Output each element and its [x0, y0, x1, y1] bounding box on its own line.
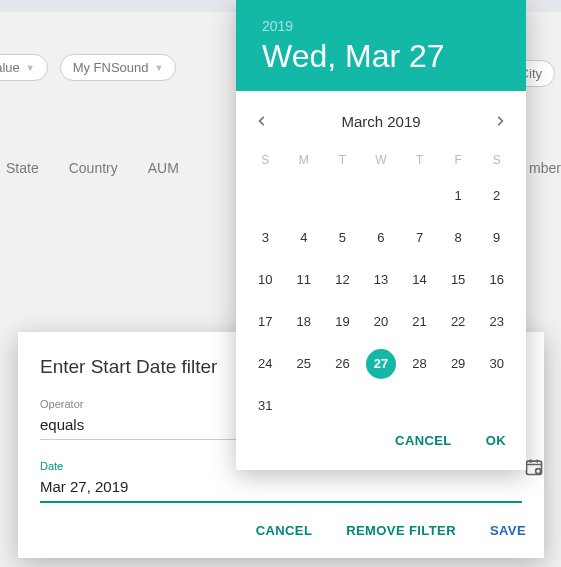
save-button[interactable]: SAVE	[482, 513, 534, 548]
dow-label: F	[439, 147, 478, 175]
month-label: March 2019	[341, 113, 420, 130]
dow-label: W	[362, 147, 401, 175]
calendar-day[interactable]: 25	[285, 343, 324, 385]
calendar-day[interactable]: 29	[439, 343, 478, 385]
calendar-day[interactable]: 26	[323, 343, 362, 385]
chip-label: My FNSound	[73, 60, 149, 75]
dow-label: S	[246, 147, 285, 175]
dow-label: S	[477, 147, 516, 175]
dow-label: T	[400, 147, 439, 175]
calendar-day[interactable]: 10	[246, 259, 285, 301]
calendar-day[interactable]: 21	[400, 301, 439, 343]
date-input[interactable]	[40, 476, 522, 503]
calendar-day[interactable]: 8	[439, 217, 478, 259]
calendar-day[interactable]: 9	[477, 217, 516, 259]
calendar-day[interactable]: 7	[400, 217, 439, 259]
svg-point-1	[536, 469, 541, 474]
calendar-day[interactable]: 2	[477, 175, 516, 217]
calendar-day[interactable]: 19	[323, 301, 362, 343]
calendar-day[interactable]: 16	[477, 259, 516, 301]
column-header[interactable]: mber	[529, 160, 561, 176]
calendar-day[interactable]: 14	[400, 259, 439, 301]
remove-filter-button[interactable]: REMOVE FILTER	[338, 513, 464, 548]
calendar-day[interactable]: 6	[362, 217, 401, 259]
month-nav-row: March 2019	[236, 91, 526, 145]
chip-label: geValue	[0, 60, 20, 75]
calendar-day[interactable]: 11	[285, 259, 324, 301]
calendar-day[interactable]: 22	[439, 301, 478, 343]
dow-label: M	[285, 147, 324, 175]
datepicker-selected-date: Wed, Mar 27	[262, 38, 500, 75]
calendar-day[interactable]: 5	[323, 217, 362, 259]
datepicker: 2019 Wed, Mar 27 March 2019 SMTWTFS12345…	[236, 0, 526, 470]
datepicker-cancel-button[interactable]: CANCEL	[387, 423, 460, 458]
calendar-icon[interactable]	[524, 457, 544, 477]
calendar-day[interactable]: 15	[439, 259, 478, 301]
cancel-button[interactable]: CANCEL	[248, 513, 321, 548]
calendar-day[interactable]: 28	[400, 343, 439, 385]
calendar-day[interactable]: 31	[246, 385, 285, 427]
column-header[interactable]: AUM	[148, 160, 179, 176]
calendar-day[interactable]: 30	[477, 343, 516, 385]
chevron-down-icon: ▼	[26, 63, 35, 73]
datepicker-actions: CANCEL OK	[387, 423, 514, 458]
calendar-day[interactable]: 4	[285, 217, 324, 259]
datepicker-header: 2019 Wed, Mar 27	[236, 0, 526, 91]
calendar-day[interactable]: 17	[246, 301, 285, 343]
chip-fnsound[interactable]: My FNSound ▼	[60, 54, 177, 81]
column-header[interactable]: State	[6, 160, 39, 176]
next-month-button[interactable]	[482, 103, 518, 139]
calendar-day[interactable]: 13	[362, 259, 401, 301]
column-header[interactable]: Country	[69, 160, 118, 176]
chip-gevalue[interactable]: geValue ▼	[0, 54, 48, 81]
datepicker-ok-button[interactable]: OK	[478, 423, 514, 458]
calendar-day[interactable]: 12	[323, 259, 362, 301]
calendar-grid: SMTWTFS123456789101112131415161718192021…	[236, 145, 526, 431]
dialog-actions: CANCEL REMOVE FILTER SAVE	[248, 513, 534, 548]
datepicker-year[interactable]: 2019	[262, 18, 500, 38]
dow-label: T	[323, 147, 362, 175]
calendar-day[interactable]: 1	[439, 175, 478, 217]
calendar-day[interactable]: 20	[362, 301, 401, 343]
chevron-down-icon: ▼	[155, 63, 164, 73]
prev-month-button[interactable]	[244, 103, 280, 139]
calendar-day[interactable]: 3	[246, 217, 285, 259]
calendar-day[interactable]: 23	[477, 301, 516, 343]
calendar-day[interactable]: 18	[285, 301, 324, 343]
calendar-day[interactable]: 24	[246, 343, 285, 385]
calendar-day[interactable]: 27	[362, 343, 401, 385]
